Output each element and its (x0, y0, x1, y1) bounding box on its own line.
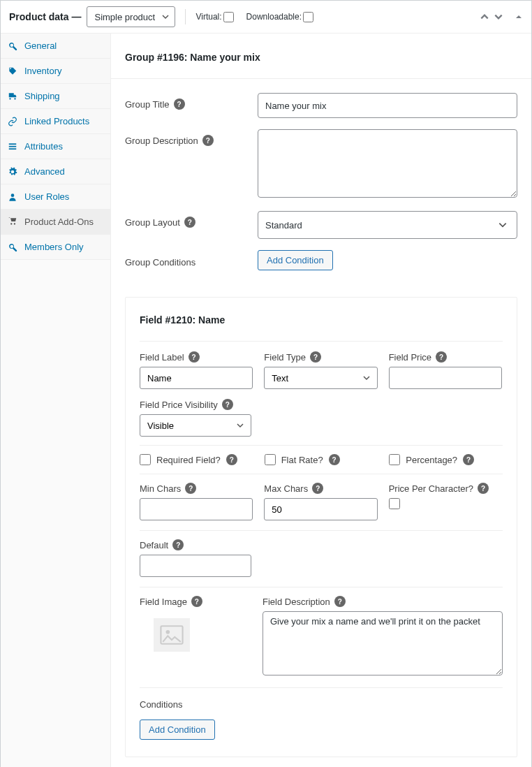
sidebar-item-attributes[interactable]: Attributes (1, 134, 110, 159)
help-icon[interactable]: ? (222, 399, 233, 410)
help-icon[interactable]: ? (191, 596, 202, 607)
default-input[interactable] (140, 555, 251, 577)
svg-rect-0 (9, 143, 17, 145)
field-description-label: Field Description (263, 597, 330, 607)
sidebar-item-label: Shipping (24, 91, 60, 101)
wrench-icon (8, 242, 19, 252)
help-icon[interactable]: ? (329, 454, 340, 465)
help-icon[interactable]: ? (184, 217, 195, 228)
field-label-input[interactable] (140, 367, 253, 389)
user-icon (8, 192, 19, 202)
panel-title: Product data — (9, 11, 81, 22)
divider (185, 9, 186, 24)
wrench-icon (8, 41, 19, 51)
sidebar-item-label: Product Add-Ons (24, 217, 94, 227)
svg-point-5 (166, 630, 170, 634)
add-field-condition-button[interactable]: Add Condition (140, 719, 215, 740)
group-header: Group #1196: Name your mix (111, 34, 531, 79)
gear-icon (8, 167, 19, 177)
svg-rect-1 (9, 145, 17, 147)
field-price-label: Field Price (389, 352, 431, 363)
percentage-checkbox[interactable] (389, 454, 400, 465)
help-icon[interactable]: ? (226, 454, 237, 465)
panel-header: Product data — Simple product Virtual: D… (1, 1, 531, 34)
downloadable-checkbox-label[interactable]: Downloadable: (246, 12, 313, 22)
virtual-checkbox-label[interactable]: Virtual: (195, 12, 233, 22)
field-price-input[interactable] (389, 367, 502, 389)
sidebar-item-linked-products[interactable]: Linked Products (1, 109, 110, 134)
help-icon[interactable]: ? (172, 539, 184, 550)
add-group-condition-button[interactable]: Add Condition (258, 250, 333, 270)
product-type-select[interactable]: Simple product (87, 6, 175, 27)
min-chars-input[interactable] (140, 498, 253, 520)
downloadable-checkbox[interactable] (303, 12, 313, 22)
field-price-visibility-label: Field Price Visibility (140, 400, 218, 410)
sidebar-item-label: Linked Products (24, 116, 89, 126)
truck-icon (8, 92, 19, 101)
virtual-checkbox[interactable] (223, 12, 234, 22)
help-icon[interactable]: ? (463, 454, 474, 465)
collapse-panel-icon[interactable] (515, 13, 523, 21)
group-layout-select[interactable]: Standard (258, 211, 517, 239)
required-field-label: Required Field? (156, 455, 221, 465)
sidebar-item-members-only[interactable]: Members Only (1, 235, 110, 260)
tag-icon (8, 66, 19, 76)
expand-up-icon[interactable] (480, 12, 489, 22)
ppc-checkbox[interactable] (389, 498, 400, 509)
sidebar: General Inventory Shipping Linked Produc… (1, 34, 111, 767)
cart-icon (8, 217, 19, 226)
field-description-input[interactable] (263, 611, 503, 675)
default-label: Default (140, 540, 168, 550)
ppc-label: Price Per Character? (389, 483, 473, 494)
sidebar-item-inventory[interactable]: Inventory (1, 59, 110, 84)
field-card-title: Field #1210: Name (140, 314, 503, 342)
field-price-visibility-select[interactable]: Visible (140, 414, 251, 437)
field-label-label: Field Label (140, 352, 184, 363)
group-conditions-label: Group Conditions (125, 257, 195, 268)
sidebar-item-label: Attributes (24, 141, 63, 152)
help-icon[interactable]: ? (174, 98, 185, 110)
sidebar-item-product-addons[interactable]: Product Add-Ons (1, 210, 110, 235)
flat-rate-label: Flat Rate? (281, 455, 323, 465)
percentage-label: Percentage? (406, 455, 457, 465)
sidebar-item-label: General (24, 41, 57, 51)
help-icon[interactable]: ? (202, 135, 214, 146)
max-chars-label: Max Chars (264, 483, 308, 494)
sidebar-item-label: Advanced (24, 166, 65, 177)
field-type-select[interactable]: Text (264, 367, 377, 389)
group-description-input[interactable] (258, 129, 517, 198)
min-chars-label: Min Chars (140, 483, 181, 494)
image-placeholder-icon[interactable] (154, 618, 190, 652)
sidebar-item-label: Inventory (24, 66, 61, 76)
max-chars-input[interactable] (264, 498, 377, 520)
help-icon[interactable]: ? (312, 483, 323, 494)
flat-rate-checkbox[interactable] (265, 454, 276, 465)
group-layout-label: Group Layout (125, 217, 180, 228)
sidebar-item-general[interactable]: General (1, 34, 110, 59)
help-icon[interactable]: ? (310, 351, 321, 363)
product-data-panel: Product data — Simple product Virtual: D… (0, 0, 532, 767)
link-icon (8, 117, 19, 126)
help-icon[interactable]: ? (334, 596, 346, 607)
sidebar-item-user-roles[interactable]: User Roles (1, 184, 110, 210)
group-title-label: Group Title (125, 99, 170, 110)
help-icon[interactable]: ? (478, 483, 489, 494)
svg-rect-2 (9, 148, 17, 149)
field-image-label: Field Image (140, 597, 187, 607)
sidebar-item-label: Members Only (24, 242, 84, 252)
help-icon[interactable]: ? (189, 351, 200, 363)
sidebar-item-advanced[interactable]: Advanced (1, 159, 110, 184)
sidebar-item-shipping[interactable]: Shipping (1, 84, 110, 109)
help-icon[interactable]: ? (436, 351, 447, 363)
help-icon[interactable]: ? (185, 483, 196, 494)
divider (140, 474, 503, 474)
sidebar-item-label: User Roles (24, 191, 69, 202)
group-description-label: Group Description (125, 136, 198, 146)
divider (140, 687, 503, 688)
group-title-input[interactable] (258, 93, 517, 118)
required-field-checkbox[interactable] (140, 454, 151, 465)
divider (140, 587, 503, 587)
field-type-label: Field Type (264, 352, 306, 363)
expand-down-icon[interactable] (494, 12, 503, 22)
field-card: Field #1210: Name Field Label ? Field Ty… (125, 297, 517, 757)
